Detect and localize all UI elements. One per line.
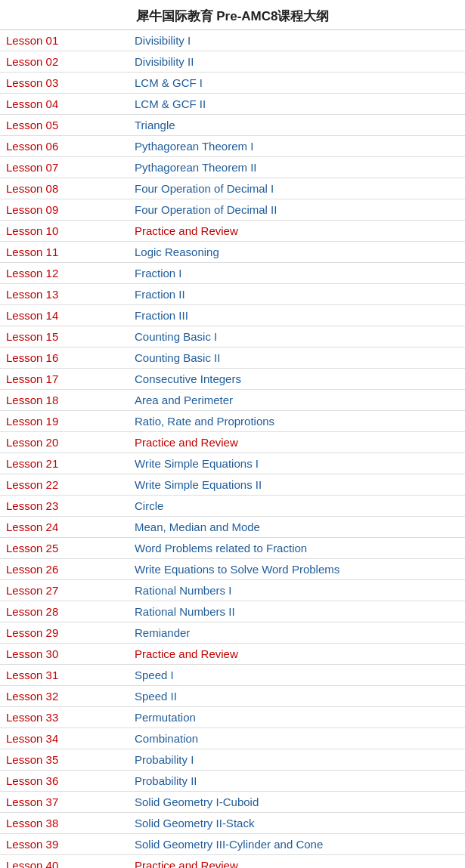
- lesson-topic: Solid Geometry III-Cylinder and Cone: [129, 834, 465, 855]
- lesson-topic: Rational Numbers II: [129, 601, 465, 622]
- table-row: Lesson 32Speed II: [0, 686, 465, 707]
- lesson-number: Lesson 15: [0, 326, 129, 348]
- lesson-topic: Pythagorean Theorem I: [129, 136, 465, 157]
- table-row: Lesson 05Triangle: [0, 115, 465, 136]
- lesson-topic: Practice and Review: [129, 432, 465, 453]
- table-row: Lesson 13Fraction II: [0, 284, 465, 305]
- lesson-topic: Counting Basic I: [129, 326, 465, 348]
- table-row: Lesson 35Probability I: [0, 749, 465, 771]
- table-row: Lesson 11Logic Reasoning: [0, 242, 465, 263]
- lesson-number: Lesson 12: [0, 263, 129, 284]
- lesson-number: Lesson 01: [0, 30, 129, 51]
- lesson-topic: Circle: [129, 496, 465, 517]
- lesson-number: Lesson 33: [0, 707, 129, 728]
- table-row: Lesson 09Four Operation of Decimal II: [0, 199, 465, 221]
- lesson-topic: Four Operation of Decimal II: [129, 199, 465, 221]
- lesson-number: Lesson 23: [0, 496, 129, 517]
- lesson-topic: Fraction II: [129, 284, 465, 305]
- lesson-topic: LCM & GCF I: [129, 73, 465, 94]
- lesson-topic: Write Equations to Solve Word Problems: [129, 559, 465, 580]
- lesson-number: Lesson 04: [0, 94, 129, 115]
- lesson-topic: Counting Basic II: [129, 348, 465, 369]
- lesson-topic: Mean, Median and Mode: [129, 517, 465, 538]
- lesson-topic: Practice and Review: [129, 221, 465, 242]
- lesson-topic: Remiander: [129, 622, 465, 644]
- table-row: Lesson 26Write Equations to Solve Word P…: [0, 559, 465, 580]
- lesson-number: Lesson 40: [0, 855, 129, 869]
- lesson-number: Lesson 35: [0, 749, 129, 771]
- lesson-number: Lesson 07: [0, 157, 129, 178]
- table-row: Lesson 36Probability II: [0, 771, 465, 792]
- lesson-topic: Word Problems related to Fraction: [129, 538, 465, 559]
- table-row: Lesson 31Speed I: [0, 665, 465, 686]
- table-row: Lesson 12Fraction I: [0, 263, 465, 284]
- lesson-number: Lesson 38: [0, 813, 129, 834]
- lesson-number: Lesson 28: [0, 601, 129, 622]
- lesson-topic: Fraction I: [129, 263, 465, 284]
- lesson-topic: Pythagorean Theorem II: [129, 157, 465, 178]
- lesson-topic: LCM & GCF II: [129, 94, 465, 115]
- page-title: 犀牛国际教育 Pre-AMC8课程大纲: [0, 0, 465, 30]
- lesson-number: Lesson 29: [0, 622, 129, 644]
- lesson-number: Lesson 25: [0, 538, 129, 559]
- table-row: Lesson 39Solid Geometry III-Cylinder and…: [0, 834, 465, 855]
- table-row: Lesson 15Counting Basic I: [0, 326, 465, 348]
- table-row: Lesson 14Fraction III: [0, 305, 465, 326]
- lesson-number: Lesson 39: [0, 834, 129, 855]
- lesson-number: Lesson 21: [0, 453, 129, 474]
- table-row: Lesson 23Circle: [0, 496, 465, 517]
- table-row: Lesson 16Counting Basic II: [0, 348, 465, 369]
- lesson-number: Lesson 14: [0, 305, 129, 326]
- lesson-topic: Divisibility II: [129, 51, 465, 73]
- table-row: Lesson 18Area and Perimeter: [0, 390, 465, 411]
- lesson-number: Lesson 03: [0, 73, 129, 94]
- table-row: Lesson 04LCM & GCF II: [0, 94, 465, 115]
- lesson-number: Lesson 11: [0, 242, 129, 263]
- table-row: Lesson 21Write Simple Equations I: [0, 453, 465, 474]
- table-row: Lesson 03LCM & GCF I: [0, 73, 465, 94]
- lesson-number: Lesson 31: [0, 665, 129, 686]
- lesson-topic: Practice and Review: [129, 855, 465, 869]
- lesson-number: Lesson 06: [0, 136, 129, 157]
- table-row: Lesson 25Word Problems related to Fracti…: [0, 538, 465, 559]
- table-row: Lesson 02Divisibility II: [0, 51, 465, 73]
- lesson-topic: Practice and Review: [129, 644, 465, 665]
- lesson-number: Lesson 08: [0, 178, 129, 199]
- lesson-number: Lesson 22: [0, 474, 129, 496]
- lesson-number: Lesson 24: [0, 517, 129, 538]
- lesson-topic: Permutation: [129, 707, 465, 728]
- table-row: Lesson 33Permutation: [0, 707, 465, 728]
- lesson-topic: Rational Numbers I: [129, 580, 465, 601]
- table-row: Lesson 27Rational Numbers I: [0, 580, 465, 601]
- table-row: Lesson 01Divisibility I: [0, 30, 465, 51]
- lesson-topic: Probability I: [129, 749, 465, 771]
- table-row: Lesson 06Pythagorean Theorem I: [0, 136, 465, 157]
- lesson-number: Lesson 18: [0, 390, 129, 411]
- lesson-table: Lesson 01Divisibility ILesson 02Divisibi…: [0, 30, 465, 868]
- lesson-number: Lesson 26: [0, 559, 129, 580]
- table-row: Lesson 07Pythagorean Theorem II: [0, 157, 465, 178]
- table-row: Lesson 29Remiander: [0, 622, 465, 644]
- lesson-number: Lesson 05: [0, 115, 129, 136]
- table-row: Lesson 34Combination: [0, 728, 465, 749]
- lesson-number: Lesson 17: [0, 369, 129, 390]
- lesson-topic: Speed II: [129, 686, 465, 707]
- table-row: Lesson 24Mean, Median and Mode: [0, 517, 465, 538]
- lesson-topic: Solid Geometry I-Cuboid: [129, 792, 465, 813]
- lesson-topic: Combination: [129, 728, 465, 749]
- lesson-topic: Four Operation of Decimal I: [129, 178, 465, 199]
- lesson-topic: Speed I: [129, 665, 465, 686]
- table-row: Lesson 37Solid Geometry I-Cuboid: [0, 792, 465, 813]
- lesson-topic: Triangle: [129, 115, 465, 136]
- lesson-number: Lesson 10: [0, 221, 129, 242]
- table-row: Lesson 20Practice and Review: [0, 432, 465, 453]
- table-row: Lesson 10Practice and Review: [0, 221, 465, 242]
- lesson-topic: Area and Perimeter: [129, 390, 465, 411]
- table-row: Lesson 38Solid Geometry II-Stack: [0, 813, 465, 834]
- lesson-number: Lesson 36: [0, 771, 129, 792]
- table-row: Lesson 40Practice and Review: [0, 855, 465, 869]
- lesson-topic: Write Simple Equations II: [129, 474, 465, 496]
- lesson-number: Lesson 02: [0, 51, 129, 73]
- lesson-number: Lesson 30: [0, 644, 129, 665]
- table-row: Lesson 08Four Operation of Decimal I: [0, 178, 465, 199]
